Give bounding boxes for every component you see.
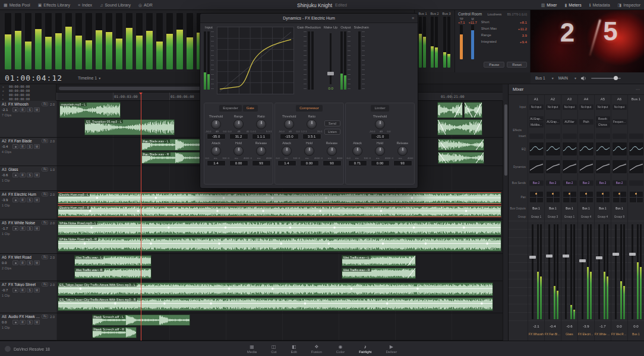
track-volume-value[interactable]: 0.0 — [2, 320, 11, 324]
hold-knob[interactable] — [375, 146, 385, 156]
strip-effect-slot[interactable]: Multiba... — [529, 122, 544, 128]
fader-handle[interactable] — [613, 253, 619, 256]
strip-fader[interactable] — [598, 224, 600, 319]
makeup-value[interactable]: 0.0 — [328, 87, 333, 90]
listen-button[interactable]: Listen — [324, 129, 340, 135]
track-m-button[interactable]: M — [34, 173, 40, 177]
strip-dynamics-thumbnail[interactable] — [563, 160, 577, 173]
track-s-button[interactable]: S — [27, 173, 33, 177]
clip-fade-in-handle[interactable] — [438, 152, 446, 163]
track-volume-value[interactable]: 0.0 — [2, 261, 11, 265]
track-fx-badge[interactable]: Fx — [42, 139, 48, 143]
strip-dynamics-thumbnail[interactable] — [579, 160, 594, 173]
audio-clip[interactable]: Electric Hum.mp3 - R — [58, 205, 501, 217]
hold-knob[interactable] — [233, 146, 244, 156]
audio-clip[interactable]: Fan Blade.wav - R — [141, 152, 201, 164]
track-s-button[interactable]: S — [27, 144, 33, 149]
toolbar-button-effects-library[interactable]: ▣Effects Library — [38, 3, 70, 8]
track-arm-button[interactable] — [12, 144, 18, 149]
timeline-selector[interactable]: Timeline 1 — [78, 76, 97, 80]
track-r-button[interactable]: R — [20, 320, 26, 325]
release-knob[interactable] — [327, 146, 337, 156]
audio-clip[interactable]: ES_Transition 05.mp3 - L — [84, 119, 175, 135]
clip-fade-in-handle[interactable] — [438, 139, 446, 150]
strip-dynamics-thumbnail[interactable] — [629, 160, 643, 173]
strip-effect-slot[interactable]: AUGrap... — [546, 119, 560, 125]
track-s-button[interactable]: S — [27, 226, 33, 231]
strip-db-value[interactable]: 0.0 — [617, 325, 621, 328]
strip-bus-output[interactable]: Bus 1 — [549, 207, 556, 210]
threshold-knob[interactable] — [375, 119, 385, 129]
threshold-knob[interactable] — [211, 119, 221, 129]
track-s-button[interactable]: S — [27, 260, 33, 265]
strip-db-value[interactable]: -0.6 — [566, 325, 572, 328]
strip-db-value[interactable]: -1.7 — [599, 325, 605, 328]
track-fx-badge[interactable]: Fx — [42, 192, 48, 196]
release-value[interactable]: 93 — [252, 160, 271, 166]
dialog-title-bar[interactable]: Dynamics - FX Electric Hum ≡ — [200, 14, 418, 23]
strip-input-slot[interactable]: No Input — [613, 104, 627, 110]
strip-insert-slot[interactable] — [579, 134, 594, 139]
strip-insert-slot[interactable] — [529, 134, 544, 139]
toolbar-button-inspector[interactable]: ◨Inspector — [618, 3, 640, 8]
track-r-button[interactable]: R — [20, 144, 26, 149]
track-m-button[interactable]: M — [34, 107, 40, 112]
strip-bus-send-slot[interactable]: Bus 2 — [563, 180, 577, 186]
track-volume-value[interactable]: -3.9 — [2, 198, 11, 202]
clip-fade-out-handle[interactable] — [476, 152, 484, 163]
clip-fade-out-handle[interactable] — [408, 268, 415, 278]
monitor-bus-selector[interactable]: Bus 1 — [535, 76, 545, 80]
release-knob[interactable] — [256, 146, 266, 156]
track-r-button[interactable]: R — [20, 198, 26, 202]
track-m-button[interactable]: M — [34, 226, 40, 231]
strip-pan-control[interactable] — [596, 192, 610, 202]
track-arm-button[interactable] — [12, 173, 18, 177]
fader-handle[interactable] — [629, 253, 636, 256]
toolbar-button-media-pool[interactable]: ▦Media Pool — [4, 3, 30, 8]
audio-clip[interactable]: ES_Tokyo Japan City Traffic Atmos With S… — [58, 297, 493, 311]
attack-value[interactable]: 0.71 — [348, 160, 367, 166]
track-r-button[interactable]: R — [20, 173, 26, 177]
monitor-volume-slider[interactable] — [591, 78, 621, 79]
strip-input-slot[interactable]: No Input — [546, 104, 560, 110]
timeline-vertical-scrollbar[interactable] — [503, 101, 508, 341]
track-header-a7[interactable]: A7FX Tokyo StreetFx2.0-0.7RSM1 Clip — [0, 281, 56, 313]
volume-slider-handle[interactable] — [614, 76, 618, 80]
threshold-value[interactable]: -15.0 — [280, 134, 299, 139]
strip-fader[interactable] — [548, 224, 550, 319]
audio-clip[interactable]: White Noise Road.mp3 - R — [58, 237, 501, 252]
audio-clip[interactable]: Wet Traffic.wav - R — [74, 268, 151, 279]
track-header-a8[interactable]: A8Audio FX Hawk Sc..Fx2.00.0RSM1 Clip — [0, 313, 56, 341]
strip-pan-control[interactable] — [563, 192, 576, 202]
strip-eq-thumbnail[interactable] — [563, 142, 577, 155]
attack-knob[interactable] — [211, 146, 221, 156]
track-header-a6[interactable]: A6FX Wet RoadFx2.00.0RSM2 Clips — [0, 254, 56, 281]
pause-button[interactable]: Pause — [484, 62, 504, 68]
strip-effect-slot[interactable]: Pitch — [579, 119, 594, 125]
audio-clip[interactable]: Hawk Screech.aiff - R — [92, 327, 137, 338]
toolbar-button-adr[interactable]: ◎ADR — [138, 3, 153, 8]
ratio-value[interactable]: 3.5:1 — [302, 134, 321, 139]
track-r-button[interactable]: R — [20, 107, 26, 112]
strip-fader[interactable] — [632, 224, 633, 319]
strip-db-value[interactable]: 0.0 — [633, 325, 638, 328]
toolbar-button-mixer[interactable]: ▥Mixer — [541, 3, 557, 8]
strip-input-slot[interactable]: No Input — [563, 104, 577, 110]
fader-handle[interactable] — [596, 256, 602, 259]
strip-bus-send-slot[interactable] — [629, 180, 643, 186]
strip-pan-control[interactable] — [547, 192, 560, 202]
release-value[interactable]: 93 — [323, 160, 342, 166]
strip-db-value[interactable]: -2.1 — [533, 325, 539, 328]
range-knob[interactable] — [233, 119, 244, 129]
track-m-button[interactable]: M — [34, 320, 40, 325]
track-lane-a4[interactable]: Electric Hum.mp3 - LElectric Hum.mp3 - R — [56, 191, 503, 220]
strip-input-slot[interactable]: No Input — [529, 104, 544, 110]
clip-fade-out-handle[interactable] — [476, 139, 484, 150]
strip-dynamics-thumbnail[interactable] — [546, 160, 560, 173]
track-arm-button[interactable] — [12, 107, 18, 112]
track-m-button[interactable]: M — [34, 260, 40, 265]
strip-input-slot[interactable]: No Input — [579, 104, 594, 110]
strip-db-value[interactable]: -3.9 — [583, 325, 589, 328]
page-tab-deliver[interactable]: ▶Deliver — [386, 344, 397, 354]
strip-effect-slot[interactable]: Chorus — [596, 122, 610, 128]
